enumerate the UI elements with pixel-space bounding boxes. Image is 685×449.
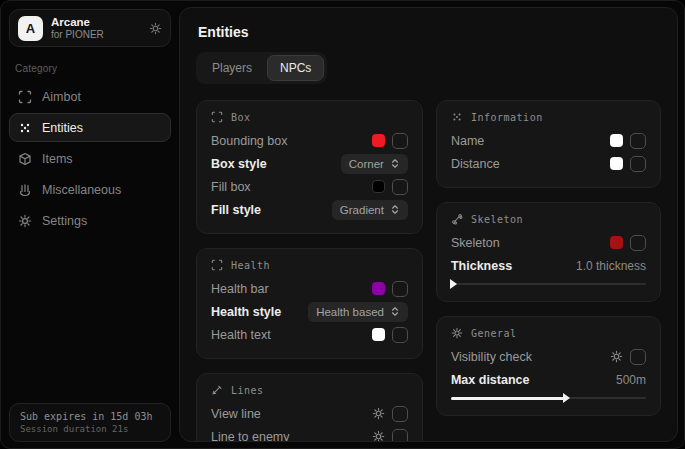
pencil-line-icon	[211, 384, 223, 396]
distance-label: Distance	[451, 157, 500, 171]
fill-box-color-swatch[interactable]	[372, 180, 385, 193]
health-text-checkbox[interactable]	[392, 327, 408, 343]
card-title: Box	[231, 112, 251, 123]
view-line-label: View line	[211, 407, 261, 421]
sidebar-item-label: Settings	[42, 214, 87, 228]
card-title: General	[471, 328, 517, 339]
skeleton-color-swatch[interactable]	[610, 236, 623, 249]
card-title: Skeleton	[471, 214, 523, 225]
tab-npcs[interactable]: NPCs	[267, 55, 324, 81]
visibility-check-checkbox[interactable]	[630, 349, 646, 365]
bounding-box-checkbox[interactable]	[392, 133, 408, 149]
entities-icon	[18, 121, 32, 135]
visibility-check-settings-gear-icon[interactable]	[610, 350, 623, 363]
lines-card: Lines View line Line to enemy	[196, 373, 423, 442]
fill-style-label: Fill style	[211, 203, 261, 217]
line-to-enemy-settings-gear-icon[interactable]	[372, 430, 385, 442]
health-bar-color-swatch[interactable]	[372, 282, 385, 295]
category-label: Category	[15, 63, 171, 74]
card-title: Information	[471, 112, 543, 123]
sidebar-item-miscellaneous[interactable]: Miscellaneous	[9, 175, 171, 204]
fill-style-dropdown[interactable]: Gradient	[332, 200, 408, 220]
box-style-label: Box style	[211, 157, 267, 171]
max-distance-slider-thumb[interactable]	[563, 393, 570, 403]
tab-players[interactable]: Players	[199, 55, 265, 81]
max-distance-value: 500m	[616, 373, 646, 387]
chevrons-up-down-icon	[390, 306, 400, 317]
card-title: Health	[231, 260, 270, 271]
general-card: General Visibility check Max distance 50…	[436, 316, 661, 416]
session-duration-text: Session duration 21s	[20, 424, 160, 434]
thickness-slider-thumb[interactable]	[450, 279, 457, 289]
bounding-box-label: Bounding box	[211, 134, 287, 148]
main-panel: Entities Players NPCs Box Bounding box	[179, 7, 678, 442]
brand-card: A Arcane for PIONER	[9, 9, 171, 47]
sidebar-item-label: Items	[42, 152, 73, 166]
sidebar-nav: Aimbot Entities Items Miscellaneous	[9, 82, 171, 235]
general-card-gear-icon	[451, 327, 463, 339]
line-to-enemy-label: Line to enemy	[211, 430, 290, 443]
skeleton-checkbox[interactable]	[630, 235, 646, 251]
health-text-color-swatch[interactable]	[372, 328, 385, 341]
thickness-slider[interactable]	[451, 279, 646, 289]
card-title: Lines	[231, 385, 264, 396]
crosshair-icon	[18, 90, 32, 104]
visibility-check-label: Visibility check	[451, 350, 532, 364]
hand-icon	[18, 183, 32, 197]
app-logo: A	[18, 16, 43, 41]
information-card-icon	[451, 111, 463, 123]
app-window: A Arcane for PIONER Category Aimbot Enti…	[0, 0, 685, 449]
fill-box-label: Fill box	[211, 180, 251, 194]
thickness-value: 1.0 thickness	[576, 259, 646, 273]
sidebar-item-label: Aimbot	[42, 90, 81, 104]
name-color-swatch[interactable]	[610, 134, 623, 147]
box-card: Box Bounding box Box style Corner	[196, 100, 423, 234]
fill-box-checkbox[interactable]	[392, 179, 408, 195]
health-card-icon	[211, 259, 223, 271]
package-icon	[18, 152, 32, 166]
sidebar-item-label: Miscellaneous	[42, 183, 121, 197]
sidebar-item-items[interactable]: Items	[9, 144, 171, 173]
bone-icon	[451, 213, 463, 225]
bounding-box-color-swatch[interactable]	[372, 134, 385, 147]
box-style-dropdown[interactable]: Corner	[341, 154, 408, 174]
information-card: Information Name Distance	[436, 100, 661, 188]
skeleton-label: Skeleton	[451, 236, 500, 250]
page-title: Entities	[198, 24, 661, 40]
thickness-label: Thickness	[451, 259, 512, 273]
health-bar-label: Health bar	[211, 282, 269, 296]
health-style-dropdown[interactable]: Health based	[308, 302, 408, 322]
subscription-info: Sub expires in 15d 03h Session duration …	[9, 403, 171, 442]
max-distance-label: Max distance	[451, 373, 530, 387]
view-line-settings-gear-icon[interactable]	[372, 407, 385, 420]
box-card-icon	[211, 111, 223, 123]
distance-checkbox[interactable]	[630, 156, 646, 172]
max-distance-slider[interactable]	[451, 393, 646, 403]
sidebar-item-entities[interactable]: Entities	[9, 113, 171, 142]
brand-name: Arcane	[51, 16, 141, 29]
name-label: Name	[451, 134, 484, 148]
sidebar: A Arcane for PIONER Category Aimbot Enti…	[1, 1, 179, 449]
sidebar-item-settings[interactable]: Settings	[9, 206, 171, 235]
health-style-label: Health style	[211, 305, 281, 319]
chevrons-up-down-icon	[390, 204, 400, 215]
health-text-label: Health text	[211, 328, 271, 342]
health-bar-checkbox[interactable]	[392, 281, 408, 297]
skeleton-card: Skeleton Skeleton Thickness 1.0 thicknes…	[436, 202, 661, 302]
target-tabs: Players NPCs	[196, 52, 327, 84]
distance-color-swatch[interactable]	[610, 157, 623, 170]
health-card: Health Health bar Health style Health ba…	[196, 248, 423, 359]
sub-expiry-text: Sub expires in 15d 03h	[20, 411, 160, 422]
settings-gear-icon[interactable]	[149, 22, 162, 35]
gear-icon	[18, 214, 32, 228]
name-checkbox[interactable]	[630, 133, 646, 149]
sidebar-item-aimbot[interactable]: Aimbot	[9, 82, 171, 111]
line-to-enemy-checkbox[interactable]	[392, 429, 408, 443]
brand-subtitle: for PIONER	[51, 29, 141, 41]
sidebar-item-label: Entities	[42, 121, 83, 135]
view-line-checkbox[interactable]	[392, 406, 408, 422]
chevrons-up-down-icon	[390, 158, 400, 169]
